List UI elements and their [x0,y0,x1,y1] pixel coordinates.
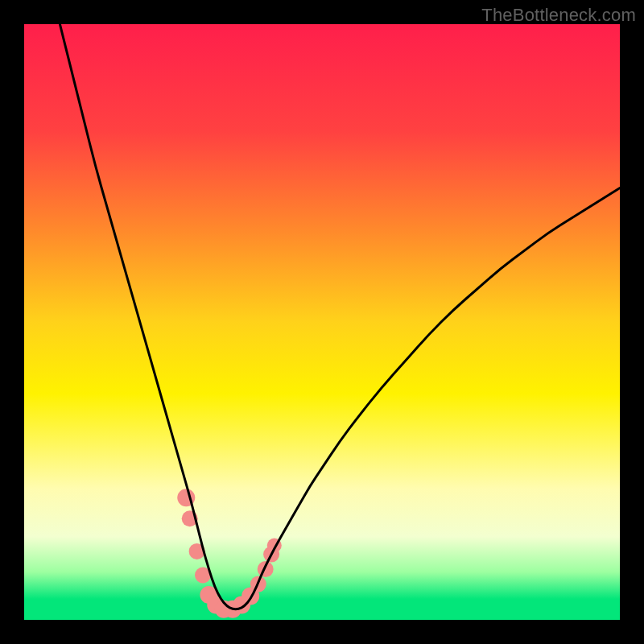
chart-frame: TheBottleneck.com [0,0,644,644]
watermark-text: TheBottleneck.com [481,5,636,26]
gradient-background [24,24,620,620]
plot-area [24,24,620,620]
chart-svg [24,24,620,620]
